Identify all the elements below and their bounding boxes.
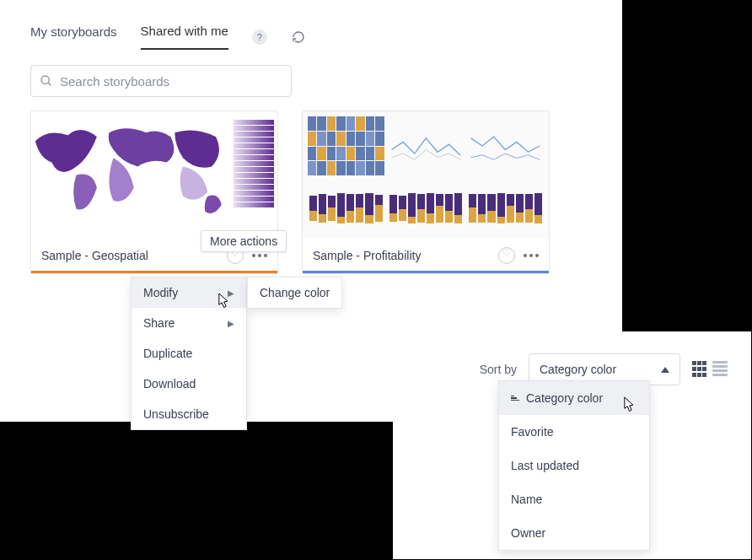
ctx-duplicate[interactable]: Duplicate bbox=[132, 338, 246, 369]
sort-option-favorite[interactable]: Favorite bbox=[499, 415, 649, 449]
more-actions-icon[interactable] bbox=[524, 254, 539, 257]
map-legend bbox=[234, 120, 274, 208]
help-icon[interactable]: ? bbox=[252, 30, 267, 45]
mini-barchart bbox=[308, 179, 384, 238]
ctx-download[interactable]: Download bbox=[132, 369, 246, 399]
ctx-unsubscribe[interactable]: Unsubscribe bbox=[132, 399, 246, 429]
card-accent bbox=[303, 271, 549, 273]
context-menu: Modify ▶ Share ▶ Duplicate Download Unsu… bbox=[131, 277, 247, 430]
search-icon bbox=[40, 74, 53, 88]
sort-option-name[interactable]: Name bbox=[499, 482, 649, 516]
grid-view-icon[interactable] bbox=[692, 361, 709, 378]
sort-label: Sort by bbox=[480, 363, 517, 376]
tooltip-more-actions: More actions bbox=[201, 230, 287, 252]
sort-option-last-updated[interactable]: Last updated bbox=[499, 449, 649, 482]
refresh-icon[interactable] bbox=[291, 30, 306, 45]
ctx-modify[interactable]: Modify ▶ bbox=[132, 277, 246, 308]
ctx-change-color[interactable]: Change color bbox=[247, 277, 342, 309]
chevron-right-icon: ▶ bbox=[228, 319, 234, 328]
chevron-up-icon bbox=[661, 367, 669, 373]
svg-line-1 bbox=[48, 83, 51, 85]
search-placeholder: Search storyboards bbox=[60, 74, 169, 89]
storyboard-card[interactable]: Sample - Profitability bbox=[302, 110, 550, 274]
mini-barchart bbox=[388, 179, 465, 238]
card-actions bbox=[498, 247, 539, 264]
sort-dropdown: Category color Favorite Last updated Nam… bbox=[498, 380, 650, 551]
sort-bar: Sort by Category color bbox=[393, 331, 751, 385]
card-title: Sample - Profitability bbox=[313, 249, 421, 262]
tab-shared-with-me[interactable]: Shared with me bbox=[141, 24, 228, 50]
card-thumbnail-geospatial bbox=[31, 111, 277, 239]
card-accent bbox=[31, 271, 277, 273]
view-toggles bbox=[692, 361, 729, 378]
sort-selected-value: Category color bbox=[540, 363, 616, 376]
sort-option-category-color[interactable]: Category color bbox=[499, 381, 649, 415]
mini-linechart bbox=[388, 116, 465, 175]
tabs-row: My storyboards Shared with me ? bbox=[0, 0, 622, 50]
sort-asc-icon bbox=[511, 396, 519, 401]
list-view-icon[interactable] bbox=[712, 361, 729, 378]
card-title: Sample - Geospatial bbox=[41, 249, 148, 262]
ctx-share[interactable]: Share ▶ bbox=[132, 308, 246, 338]
mini-barchart bbox=[467, 179, 544, 238]
sort-panel: Sort by Category color Category color Fa… bbox=[393, 331, 751, 559]
ctx-share-label: Share bbox=[143, 316, 175, 330]
svg-point-0 bbox=[41, 76, 49, 83]
search-wrapper: Search storyboards bbox=[30, 65, 592, 97]
search-input[interactable]: Search storyboards bbox=[30, 65, 292, 97]
sort-option-owner[interactable]: Owner bbox=[499, 516, 649, 550]
card-footer: Sample - Profitability bbox=[303, 239, 549, 271]
mini-linechart bbox=[467, 116, 544, 175]
sort-option-label: Category color bbox=[526, 391, 603, 405]
chevron-right-icon: ▶ bbox=[228, 288, 234, 298]
cards-row: Sample - Geospatial bbox=[0, 110, 622, 274]
card-thumbnail-profitability bbox=[303, 111, 549, 239]
mini-heatmap bbox=[308, 116, 384, 175]
ctx-modify-label: Modify bbox=[143, 286, 178, 299]
favorite-icon[interactable] bbox=[498, 247, 515, 264]
more-actions-icon[interactable] bbox=[252, 254, 267, 257]
tab-my-storyboards[interactable]: My storyboards bbox=[30, 24, 117, 49]
